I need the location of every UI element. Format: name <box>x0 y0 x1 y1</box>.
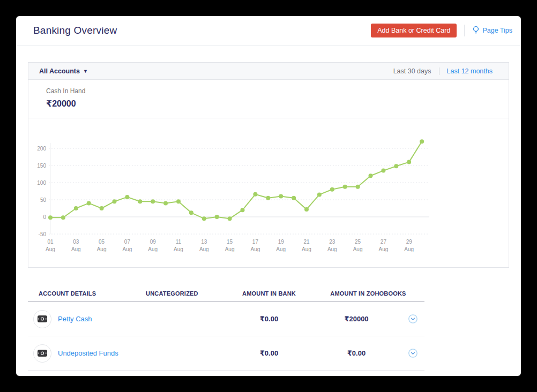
cash-summary: Cash In Hand ₹20000 <box>28 80 509 118</box>
svg-text:Aug: Aug <box>251 246 260 252</box>
panel-header: All Accounts ▼ Last 30 days Last 12 mont… <box>28 63 509 80</box>
svg-text:05: 05 <box>99 239 105 245</box>
table-row: Petty Cash ₹0.00 ₹20000 <box>28 302 424 336</box>
svg-text:29: 29 <box>406 239 413 245</box>
svg-text:150: 150 <box>37 163 46 169</box>
svg-text:07: 07 <box>124 239 131 245</box>
range-separator <box>439 67 439 75</box>
svg-text:Aug: Aug <box>97 246 107 252</box>
cash-in-hand-label: Cash In Hand <box>46 87 509 95</box>
svg-text:-50: -50 <box>39 231 47 237</box>
svg-text:Aug: Aug <box>46 246 55 252</box>
svg-text:Aug: Aug <box>199 246 209 252</box>
svg-text:0: 0 <box>43 214 46 220</box>
svg-text:01: 01 <box>47 239 54 245</box>
col-amount-in-zohobooks: AMOUNT IN ZOHOBOOKS <box>312 290 424 297</box>
accounts-dropdown[interactable]: All Accounts ▼ <box>39 67 88 75</box>
page-title: Banking Overview <box>33 25 117 36</box>
svg-text:Aug: Aug <box>225 246 235 252</box>
content: All Accounts ▼ Last 30 days Last 12 mont… <box>16 62 521 371</box>
svg-text:Aug: Aug <box>174 246 183 252</box>
header-actions: Add Bank or Credit Card Page Tips <box>371 24 512 37</box>
range-last-12-months[interactable]: Last 12 months <box>447 67 493 75</box>
svg-text:Aug: Aug <box>379 246 389 252</box>
svg-text:15: 15 <box>227 239 233 245</box>
chevron-down-icon: ▼ <box>83 69 88 74</box>
table-row: Undeposited Funds ₹0.00 ₹0.00 <box>28 336 424 371</box>
banking-overview-card: Banking Overview Add Bank or Credit Card… <box>16 16 521 376</box>
account-cell: Petty Cash <box>28 310 146 328</box>
amount-in-bank-value: ₹0.00 <box>226 349 312 357</box>
cash-account-icon <box>33 310 51 328</box>
accounts-panel: All Accounts ▼ Last 30 days Last 12 mont… <box>28 62 509 268</box>
cash-trend-chart: -5005010015020001Aug03Aug05Aug07Aug09Aug… <box>28 118 509 267</box>
svg-text:Aug: Aug <box>302 246 311 252</box>
svg-text:17: 17 <box>252 239 259 245</box>
cash-account-icon <box>33 344 51 363</box>
page-tips-label: Page Tips <box>482 27 512 34</box>
svg-text:50: 50 <box>40 197 47 203</box>
svg-text:Aug: Aug <box>327 246 337 252</box>
svg-text:200: 200 <box>37 146 46 152</box>
amount-in-bank-value: ₹0.00 <box>226 315 312 323</box>
svg-text:03: 03 <box>73 239 79 245</box>
account-link[interactable]: Petty Cash <box>58 315 92 323</box>
range-last-30-days[interactable]: Last 30 days <box>393 67 431 75</box>
svg-text:27: 27 <box>381 239 387 245</box>
col-uncategorized: UNCATEGORIZED <box>146 290 226 297</box>
svg-text:Aug: Aug <box>276 246 286 252</box>
chevron-down-circle-icon <box>408 349 417 358</box>
svg-text:23: 23 <box>329 239 335 245</box>
page-tips-link[interactable]: Page Tips <box>472 26 512 36</box>
svg-text:13: 13 <box>201 239 207 245</box>
amount-in-zohobooks-value: ₹0.00 <box>312 349 401 357</box>
table-header-row: ACCOUNT DETAILS UNCATEGORIZED AMOUNT IN … <box>28 285 424 302</box>
add-bank-button[interactable]: Add Bank or Credit Card <box>371 24 457 37</box>
svg-text:21: 21 <box>303 239 310 245</box>
account-cell: Undeposited Funds <box>28 344 146 363</box>
page-header: Banking Overview Add Bank or Credit Card… <box>16 16 521 46</box>
svg-text:19: 19 <box>278 239 285 245</box>
account-link[interactable]: Undeposited Funds <box>58 349 118 357</box>
amount-in-zohobooks-value: ₹20000 <box>312 315 401 323</box>
svg-text:11: 11 <box>176 239 182 245</box>
svg-text:Aug: Aug <box>148 246 158 252</box>
col-amount-in-bank: AMOUNT IN BANK <box>226 290 312 297</box>
row-expand-button[interactable] <box>401 314 424 323</box>
svg-text:Aug: Aug <box>71 246 81 252</box>
row-expand-button[interactable] <box>401 349 424 358</box>
col-account-details: ACCOUNT DETAILS <box>28 290 146 297</box>
svg-text:100: 100 <box>37 180 46 186</box>
svg-text:25: 25 <box>355 239 361 245</box>
accounts-dropdown-label: All Accounts <box>39 67 80 75</box>
cash-in-hand-value: ₹20000 <box>46 99 509 109</box>
line-chart-svg: -5005010015020001Aug03Aug05Aug07Aug09Aug… <box>28 118 438 267</box>
date-range-toggle: Last 30 days Last 12 months <box>393 67 493 75</box>
lightbulb-icon <box>472 26 480 36</box>
svg-text:09: 09 <box>150 239 156 245</box>
svg-text:Aug: Aug <box>353 246 363 252</box>
svg-text:Aug: Aug <box>404 246 414 252</box>
accounts-table: ACCOUNT DETAILS UNCATEGORIZED AMOUNT IN … <box>28 285 424 371</box>
header-separator <box>464 25 465 36</box>
chevron-down-circle-icon <box>408 314 417 323</box>
svg-text:Aug: Aug <box>123 246 132 252</box>
